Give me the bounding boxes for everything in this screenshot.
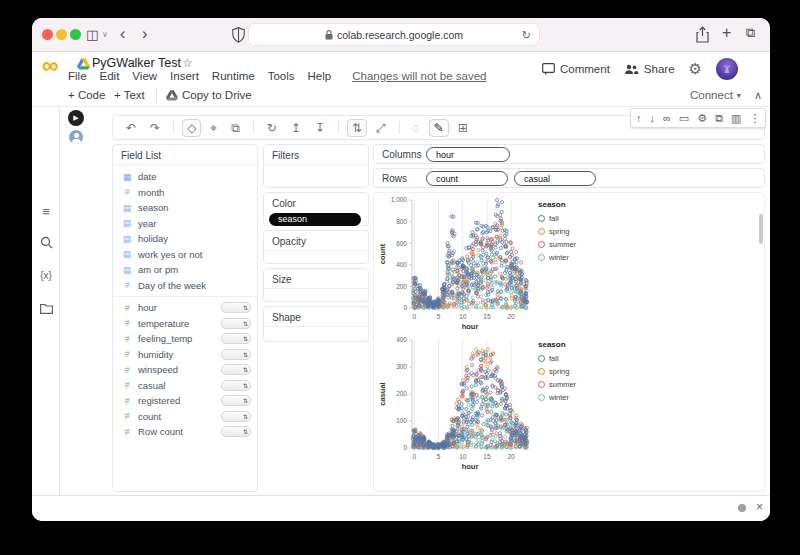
- share-button[interactable]: Share: [624, 63, 675, 75]
- aggregation-icon[interactable]: ◇: [182, 119, 201, 137]
- field-item-temperature[interactable]: #temperature⇅: [113, 316, 257, 332]
- settings-gear-icon[interactable]: ⚙: [689, 60, 702, 78]
- legend-item-spring[interactable]: spring: [538, 365, 576, 378]
- menu-item-tools[interactable]: Tools: [268, 70, 295, 82]
- field-item-winspeed[interactable]: #winspeed⇅: [113, 362, 257, 378]
- field-item-year[interactable]: ▤year: [113, 216, 257, 232]
- comment-cell-icon[interactable]: ▭: [679, 112, 689, 125]
- sidebar-chevron-icon[interactable]: ∨: [102, 31, 108, 39]
- legend-item-fall[interactable]: fall: [538, 212, 576, 225]
- aggregation-select[interactable]: ⇅: [221, 380, 251, 391]
- collapse-header-icon[interactable]: ∧: [754, 89, 762, 102]
- transpose-down-icon[interactable]: ↧: [310, 119, 330, 137]
- files-folder-icon[interactable]: [40, 303, 53, 314]
- menu-item-view[interactable]: View: [132, 70, 157, 82]
- field-item-date[interactable]: ▦date: [113, 169, 257, 185]
- painter-icon[interactable]: ✎: [429, 119, 449, 137]
- delete-cell-icon[interactable]: ▥: [731, 112, 741, 125]
- menu-item-help[interactable]: Help: [308, 70, 332, 82]
- field-item-feeling-temp[interactable]: #feeling_temp⇅: [113, 331, 257, 347]
- legend-item-spring[interactable]: spring: [538, 225, 576, 238]
- move-cell-down-icon[interactable]: ↓: [650, 112, 656, 124]
- aggregation-select[interactable]: ⇅: [221, 364, 251, 375]
- field-item-day-of-the-week[interactable]: #Day of the week: [113, 278, 257, 294]
- row-pill-count[interactable]: count: [426, 171, 508, 186]
- table-of-contents-icon[interactable]: ≡: [32, 204, 60, 219]
- aggregation-select[interactable]: ⇅: [221, 349, 251, 360]
- legend-item-summer[interactable]: summer: [538, 238, 576, 251]
- zoom-window-button[interactable]: [70, 29, 81, 40]
- rows-shelf[interactable]: Rows countcasual: [373, 168, 765, 188]
- size-panel[interactable]: Size: [263, 268, 369, 302]
- share-icon[interactable]: [696, 26, 709, 43]
- refresh-icon[interactable]: ↻: [262, 119, 282, 137]
- field-item-row-count[interactable]: #Row count⇅: [113, 424, 257, 440]
- menu-item-edit[interactable]: Edit: [100, 70, 120, 82]
- search-icon[interactable]: [40, 236, 53, 249]
- columns-shelf[interactable]: Columns hour: [373, 144, 765, 164]
- reload-icon[interactable]: ↻: [522, 29, 531, 42]
- legend-item-winter[interactable]: winter: [538, 391, 576, 404]
- back-button[interactable]: ‹: [120, 26, 125, 42]
- field-item-season[interactable]: ▤season: [113, 200, 257, 216]
- menu-item-file[interactable]: File: [68, 70, 87, 82]
- field-item-month[interactable]: #month: [113, 185, 257, 201]
- field-item-work-yes-or-not[interactable]: ▤work yes or not: [113, 247, 257, 263]
- field-item-holiday[interactable]: ▤holiday: [113, 231, 257, 247]
- run-cell-button[interactable]: ▶: [68, 110, 84, 126]
- row-pill-casual[interactable]: casual: [514, 171, 596, 186]
- stack-mode-icon[interactable]: ⧉: [226, 119, 245, 137]
- move-cell-up-icon[interactable]: ↑: [636, 112, 642, 124]
- new-tab-icon[interactable]: +: [722, 25, 731, 41]
- sort-icon[interactable]: ⇅: [347, 119, 367, 137]
- colab-logo[interactable]: ∞: [42, 52, 58, 79]
- mark-type-icon[interactable]: ⌖: [205, 119, 222, 137]
- add-text-button[interactable]: + Text: [114, 89, 145, 101]
- export-image-icon[interactable]: ⊞: [453, 119, 473, 137]
- aggregation-select[interactable]: ⇅: [221, 333, 251, 344]
- close-window-button[interactable]: [42, 29, 53, 40]
- aggregation-select[interactable]: ⇅: [221, 302, 251, 313]
- lasso-select-icon[interactable]: ◌: [408, 119, 425, 137]
- tab-overview-icon[interactable]: ⧉: [746, 26, 755, 39]
- comment-button[interactable]: Comment: [542, 63, 610, 75]
- aggregation-select[interactable]: ⇅: [221, 411, 251, 422]
- opacity-panel[interactable]: Opacity: [263, 230, 369, 264]
- aggregation-select[interactable]: ⇅: [221, 426, 251, 437]
- color-panel[interactable]: Color season: [263, 192, 369, 226]
- sidebar-toggle-icon[interactable]: ◫: [86, 28, 98, 41]
- col-pill-hour[interactable]: hour: [426, 147, 510, 162]
- add-code-button[interactable]: + Code: [68, 89, 105, 101]
- copy-to-drive-button[interactable]: Copy to Drive: [166, 89, 252, 101]
- user-avatar[interactable]: [716, 58, 738, 80]
- legend-item-winter[interactable]: winter: [538, 251, 576, 264]
- field-item-humidity[interactable]: #humidity⇅: [113, 347, 257, 363]
- undo-icon[interactable]: ↶: [121, 119, 141, 137]
- shape-panel[interactable]: Shape: [263, 306, 369, 342]
- field-item-casual[interactable]: #casual⇅: [113, 378, 257, 394]
- cell-settings-icon[interactable]: ⚙: [697, 112, 707, 125]
- variables-icon[interactable]: {x}: [32, 270, 60, 281]
- connect-button[interactable]: Connect ▾: [690, 89, 741, 101]
- mirror-cell-icon[interactable]: ⧉: [715, 112, 723, 125]
- more-actions-icon[interactable]: ⋮: [749, 112, 760, 125]
- aggregation-select[interactable]: ⇅: [221, 395, 251, 406]
- link-cell-icon[interactable]: ∞: [663, 112, 671, 124]
- minimize-window-button[interactable]: [56, 29, 67, 40]
- aggregation-select[interactable]: ⇅: [221, 318, 251, 329]
- filters-panel[interactable]: Filters: [263, 144, 369, 188]
- chart-scrollbar-thumb[interactable]: [759, 214, 763, 244]
- resize-icon[interactable]: ⤢: [371, 119, 391, 137]
- field-item-am-or-pm[interactable]: ▤am or pm: [113, 262, 257, 278]
- transpose-up-icon[interactable]: ↥: [286, 119, 306, 137]
- field-item-count[interactable]: #count⇅: [113, 409, 257, 425]
- menu-item-runtime[interactable]: Runtime: [212, 70, 255, 82]
- color-field-pill[interactable]: season: [269, 213, 361, 226]
- forward-button[interactable]: ›: [142, 26, 147, 42]
- address-bar[interactable]: colab.research.google.com ↻: [248, 23, 540, 46]
- star-icon[interactable]: ☆: [182, 56, 193, 70]
- menu-item-insert[interactable]: Insert: [170, 70, 199, 82]
- notebook-title[interactable]: PyGWalker Test: [92, 56, 181, 70]
- field-item-hour[interactable]: #hour⇅: [113, 300, 257, 316]
- privacy-shield-icon[interactable]: [232, 27, 245, 43]
